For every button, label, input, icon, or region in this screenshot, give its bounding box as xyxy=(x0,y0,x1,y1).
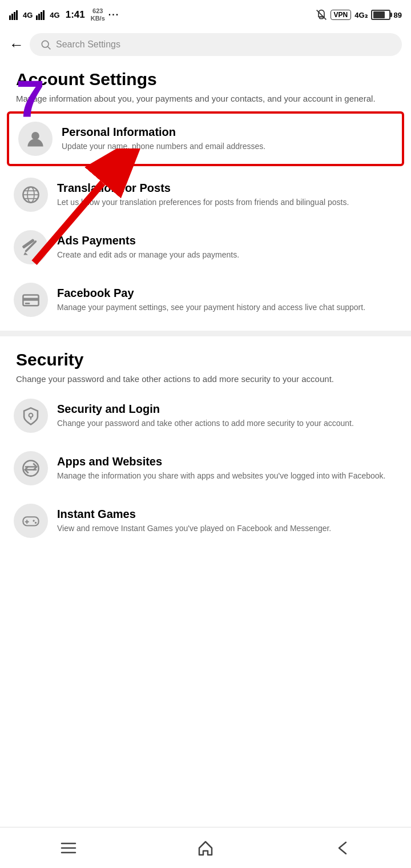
apps-and-websites-text: Apps and Websites Manage the information… xyxy=(57,455,397,482)
nav-back-button[interactable] xyxy=(274,827,411,868)
security-title: Security xyxy=(16,350,397,369)
signal-icon-2 xyxy=(36,10,46,20)
svg-rect-25 xyxy=(25,303,30,304)
bottom-nav xyxy=(0,827,411,868)
arrows-icon xyxy=(21,459,41,478)
account-settings-title: Account Settings xyxy=(16,70,397,89)
account-settings-header: Account Settings Manage information abou… xyxy=(0,62,411,109)
svg-rect-2 xyxy=(14,12,15,20)
translation-text: Translation for Posts Let us know your t… xyxy=(57,182,397,208)
ads-payments-item[interactable]: Ads Payments Create and edit ads or mana… xyxy=(0,221,411,274)
pencil-icon xyxy=(21,238,41,257)
security-and-login-item[interactable]: Security and Login Change your password … xyxy=(0,389,411,442)
svg-rect-0 xyxy=(9,15,11,20)
personal-information-title: Personal Information xyxy=(62,126,393,139)
svg-rect-3 xyxy=(16,10,18,20)
mute-icon xyxy=(316,9,327,21)
security-and-login-desc: Change your password and take other acti… xyxy=(57,418,397,429)
security-desc: Change your password and take other acti… xyxy=(16,373,397,385)
svg-line-11 xyxy=(48,47,51,50)
card-icon xyxy=(21,290,41,310)
instant-games-item[interactable]: Instant Games View and remove Instant Ga… xyxy=(0,495,411,547)
apps-and-websites-item[interactable]: Apps and Websites Manage the information… xyxy=(0,442,411,495)
facebook-pay-title: Facebook Pay xyxy=(57,287,397,300)
status-bar: 4G 4G 1:41 623KB/s ··· VPN 4G₂ xyxy=(0,0,411,30)
ads-payments-title: Ads Payments xyxy=(57,234,397,247)
svg-point-28 xyxy=(23,460,38,476)
security-header: Security Change your password and take o… xyxy=(0,341,411,389)
svg-point-34 xyxy=(33,520,34,521)
back-icon xyxy=(333,839,352,857)
facebook-pay-desc: Manage your payment settings, see your p… xyxy=(57,302,397,314)
personal-information-text: Personal Information Update your name, p… xyxy=(62,126,393,152)
status-time: 1:41 xyxy=(66,9,85,21)
back-button[interactable]: ← xyxy=(9,36,24,54)
gamepad-icon xyxy=(21,511,41,531)
battery-icon xyxy=(371,10,390,20)
instant-games-text: Instant Games View and remove Instant Ga… xyxy=(57,508,397,535)
svg-rect-5 xyxy=(38,14,40,20)
globe-icon xyxy=(21,185,41,204)
translation-title: Translation for Posts xyxy=(57,182,397,195)
network-type: 4G₂ xyxy=(354,11,367,19)
svg-rect-6 xyxy=(41,12,42,20)
apps-websites-icon xyxy=(14,451,48,485)
status-left: 4G 4G 1:41 623KB/s ··· xyxy=(9,7,119,22)
security-and-login-text: Security and Login Change your password … xyxy=(57,403,397,429)
nav-menu-button[interactable] xyxy=(0,827,137,868)
pay-icon xyxy=(14,283,48,317)
search-bar[interactable]: Search Settings xyxy=(30,33,402,56)
svg-rect-24 xyxy=(23,298,38,301)
home-icon xyxy=(196,839,215,857)
apps-and-websites-title: Apps and Websites xyxy=(57,455,397,468)
signal-type-2: 4G xyxy=(50,11,59,19)
signal-icon-1 xyxy=(9,10,19,20)
svg-point-14 xyxy=(31,132,39,140)
person-icon xyxy=(26,129,45,148)
data-speed: 623KB/s xyxy=(91,7,105,22)
security-settings-list: Security and Login Change your password … xyxy=(0,389,411,547)
search-icon xyxy=(40,39,51,50)
svg-rect-9 xyxy=(319,17,323,18)
nav-home-button[interactable] xyxy=(137,827,274,868)
ads-payments-text: Ads Payments Create and edit ads or mana… xyxy=(57,234,397,261)
security-and-login-title: Security and Login xyxy=(57,403,397,416)
instant-games-title: Instant Games xyxy=(57,508,397,521)
facebook-pay-item[interactable]: Facebook Pay Manage your payment setting… xyxy=(0,274,411,326)
search-placeholder: Search Settings xyxy=(56,39,120,50)
personal-information-item[interactable]: Personal Information Update your name, p… xyxy=(7,111,404,166)
ads-icon xyxy=(14,230,48,264)
signal-type-1: 4G xyxy=(23,11,33,19)
personal-information-icon xyxy=(18,122,53,156)
ads-payments-desc: Create and edit ads or manage your ads p… xyxy=(57,250,397,261)
status-right: VPN 4G₂ 89 xyxy=(316,9,402,21)
translation-for-posts-item[interactable]: Translation for Posts Let us know your t… xyxy=(0,168,411,221)
svg-point-26 xyxy=(29,413,33,417)
battery-percent: 89 xyxy=(394,11,402,19)
facebook-pay-text: Facebook Pay Manage your payment setting… xyxy=(57,287,397,314)
personal-information-desc: Update your name, phone numbers and emai… xyxy=(62,141,393,152)
svg-marker-21 xyxy=(23,252,28,255)
svg-rect-7 xyxy=(43,10,45,20)
account-settings-list: Personal Information Update your name, p… xyxy=(0,111,411,326)
svg-point-10 xyxy=(42,41,49,47)
translation-icon xyxy=(14,178,48,212)
section-divider xyxy=(0,331,411,336)
svg-rect-1 xyxy=(11,14,13,20)
svg-rect-4 xyxy=(36,15,38,20)
vpn-badge: VPN xyxy=(331,10,352,20)
shield-icon xyxy=(21,406,41,425)
security-login-icon xyxy=(14,399,48,433)
apps-and-websites-desc: Manage the information you share with ap… xyxy=(57,471,397,482)
instant-games-icon xyxy=(14,504,48,538)
search-bar-row: ← Search Settings xyxy=(0,30,411,62)
svg-point-35 xyxy=(35,522,37,524)
more-options: ··· xyxy=(108,10,119,20)
account-settings-desc: Manage information about you, your payme… xyxy=(16,93,397,105)
translation-desc: Let us know your translation preferences… xyxy=(57,197,397,208)
instant-games-desc: View and remove Instant Games you've pla… xyxy=(57,523,397,535)
hamburger-icon xyxy=(59,839,78,857)
